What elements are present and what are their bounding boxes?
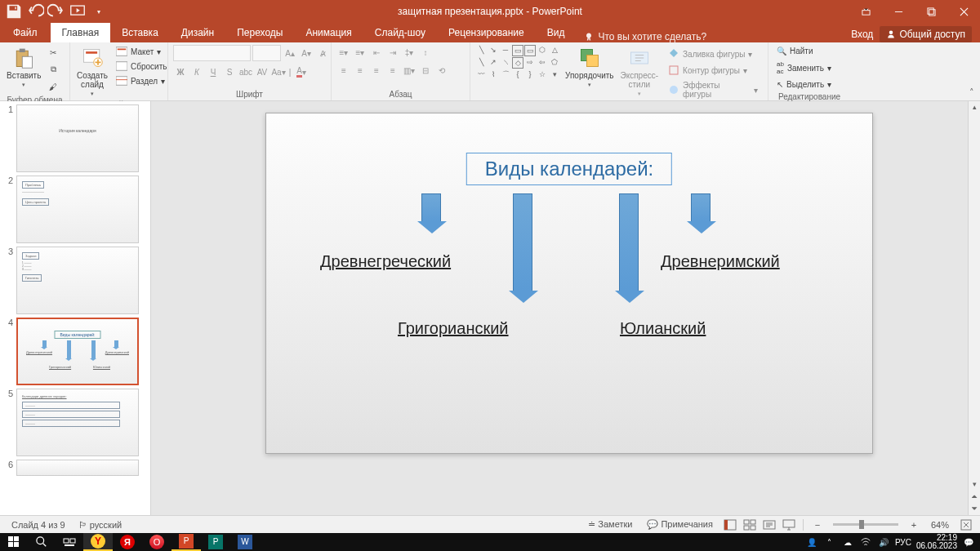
tab-home[interactable]: Главная [51,23,111,42]
thumbnail-6[interactable] [16,460,139,476]
shadow-icon[interactable]: abc [238,64,253,79]
thumbnail-2[interactable]: Проблема—————————Цель проекта [16,176,139,243]
font-size-combo[interactable] [252,45,281,61]
shape-effects-button[interactable]: Эффекты фигуры ▾ [665,79,761,100]
start-slideshow-icon[interactable] [69,2,87,20]
increase-font-icon[interactable]: A▴ [283,46,297,60]
indent-dec-icon[interactable]: ⇤ [369,45,384,60]
redo-icon[interactable] [47,2,65,20]
arrow-2[interactable] [513,193,532,291]
copy-icon[interactable]: ⧉ [46,62,60,77]
font-name-combo[interactable] [173,45,251,61]
tell-me-search[interactable]: Что вы хотите сделать? [584,31,706,42]
scroll-down-icon[interactable]: ▾ [969,478,980,491]
fit-to-window-icon[interactable] [957,518,975,532]
normal-view-icon[interactable] [721,518,739,532]
section-button[interactable]: Раздел ▾ [113,74,170,87]
slideshow-view-icon[interactable] [780,518,798,532]
maximize-icon[interactable] [915,0,947,23]
align-left-icon[interactable]: ≡ [336,63,351,78]
minimize-icon[interactable] [882,0,915,23]
bullets-icon[interactable]: ≡▾ [336,45,351,60]
tab-design[interactable]: Дизайн [170,23,225,42]
tab-animations[interactable]: Анимация [294,23,363,42]
signin-link[interactable]: Вход [851,29,873,40]
new-slide-button[interactable]: Создать слайд [75,45,109,99]
sorter-view-icon[interactable] [741,518,759,532]
tray-onedrive-icon[interactable]: ☁ [841,535,854,549]
next-slide-icon[interactable]: ⏷ [969,503,980,515]
select-button[interactable]: ↖ Выделить ▾ [773,78,835,91]
smartart-icon[interactable]: ⟲ [434,63,449,78]
thumbnail-5[interactable]: Календари древних народов:————————— [16,389,139,456]
tray-lang[interactable]: РУС [895,538,911,547]
app-yandex-2[interactable]: Я [113,533,142,551]
thumbnail-4[interactable]: Виды календарей: Древнегреческий Древнер… [16,318,139,385]
format-painter-icon[interactable]: 🖌 [46,79,60,94]
underline-icon[interactable]: Ч [206,64,220,79]
line-spacing-icon[interactable]: ‡▾ [402,45,416,60]
tray-people-icon[interactable]: 👤 [805,535,818,549]
app-opera[interactable]: O [142,533,172,551]
undo-icon[interactable] [26,2,44,20]
qat-customize-icon[interactable]: ▾ [90,2,108,20]
align-text-icon[interactable]: ⊟ [418,63,433,78]
calendar-type-3[interactable]: Григорианский [398,319,509,338]
strike-icon[interactable]: S [222,64,237,79]
font-color-icon[interactable]: A▾ [294,64,309,79]
tray-wifi-icon[interactable] [859,535,872,549]
thumbnail-3[interactable]: Задачи1 ———2 ———3 ———Гипотеза [16,247,139,314]
app-word[interactable]: W [230,533,260,551]
app-powerpoint[interactable]: P [172,533,201,551]
cut-icon[interactable]: ✂ [46,45,60,60]
justify-icon[interactable]: ≡ [385,63,400,78]
status-notes-toggle[interactable]: ≐ Заметки [581,519,639,530]
shapes-gallery[interactable]: ╲↘─▭▭⬡△ ╲↗⟍◇⇨⇦⬠ 〰⌇⌒{}☆▾ [475,45,560,81]
zoom-out-icon[interactable]: − [808,518,826,532]
shape-fill-button[interactable]: Заливка фигуры ▾ [665,47,761,61]
arrow-1[interactable] [421,193,441,222]
columns-icon[interactable]: ▥▾ [402,63,416,78]
find-button[interactable]: 🔍 Найти [773,45,817,57]
app-publisher[interactable]: P [201,533,230,551]
search-icon[interactable] [28,533,56,551]
reading-view-icon[interactable] [760,518,778,532]
slide-title[interactable]: Виды календарей: [466,153,672,185]
tab-insert[interactable]: Вставка [110,23,170,42]
calendar-type-4[interactable]: Юлианский [620,319,706,338]
tab-slideshow[interactable]: Слайд-шоу [363,23,437,42]
italic-icon[interactable]: К [189,64,204,79]
app-yandex[interactable]: Y [83,533,113,551]
quick-styles-button[interactable]: Экспресс- стили [619,45,661,99]
status-slide-number[interactable]: Слайд 4 из 9 [5,520,72,530]
align-right-icon[interactable]: ≡ [369,63,384,78]
tray-notifications-icon[interactable]: 💬 [962,535,975,549]
tab-transitions[interactable]: Переходы [225,23,294,42]
save-icon[interactable] [5,2,23,20]
reset-button[interactable]: Сбросить [113,60,170,73]
numbering-icon[interactable]: ≡▾ [353,45,368,60]
tray-chevron-icon[interactable]: ˄ [823,535,836,549]
align-center-icon[interactable]: ≡ [353,63,368,78]
calendar-type-2[interactable]: Древнеримский [661,252,780,271]
start-button[interactable] [0,533,28,551]
share-button[interactable]: Общий доступ [880,26,972,42]
arrow-3[interactable] [619,193,639,291]
bold-icon[interactable]: Ж [173,64,188,79]
spacing-icon[interactable]: AV [255,64,270,79]
arrange-button[interactable]: Упорядочить [564,45,616,90]
decrease-font-icon[interactable]: A▾ [299,46,314,60]
slide-thumbnails-panel[interactable]: 1История календаря 2Проблема—————————Цел… [0,101,151,515]
paste-button[interactable]: Вставить [5,45,42,90]
task-view-icon[interactable] [56,533,83,551]
status-comments-toggle[interactable]: 💬 Примечания [640,519,719,530]
zoom-percent[interactable]: 64% [924,520,956,530]
slide-editor[interactable]: Виды календарей: Древнегреческий Древнер… [151,101,980,515]
tray-clock[interactable]: 22:1906.06.2023 [916,534,957,550]
text-direction-icon[interactable]: ↕ [418,45,433,60]
indent-inc-icon[interactable]: ⇥ [385,45,400,60]
case-icon[interactable]: Aa▾ [271,64,286,79]
prev-slide-icon[interactable]: ⏶ [969,491,980,503]
thumbnail-1[interactable]: История календаря [16,104,139,172]
zoom-in-icon[interactable]: + [905,518,923,532]
